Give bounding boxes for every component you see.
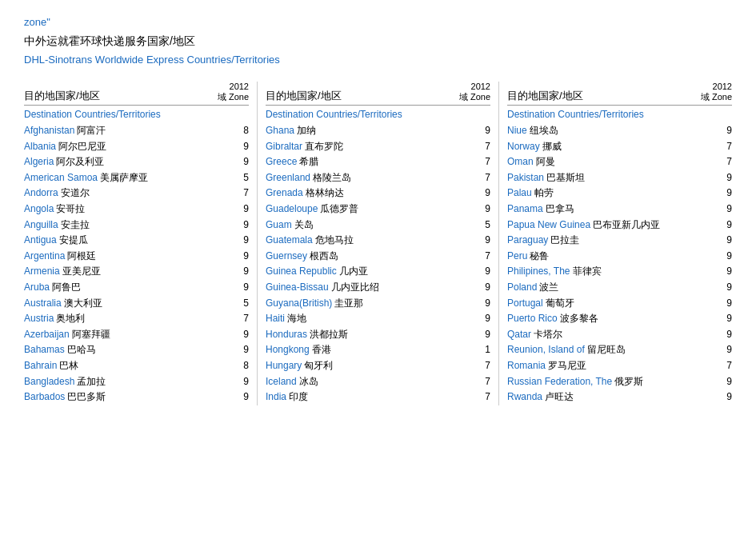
- list-item: Paraguay 巴拉圭 9: [507, 233, 732, 248]
- country-cn: 安圭拉: [61, 218, 234, 233]
- country-en: Haiti: [266, 311, 285, 326]
- country-zone: 5: [234, 296, 249, 311]
- country-cn: 阿塞拜疆: [72, 327, 234, 342]
- list-item: Grenada 格林纳达 9: [266, 186, 490, 201]
- country-cn: 格陵兰岛: [313, 170, 476, 186]
- list-item: Afghanistan 阿富汗 8: [24, 123, 249, 138]
- country-en: Hongkong: [266, 342, 310, 357]
- list-item: Qatar 卡塔尔 9: [507, 327, 732, 342]
- country-zone: 9: [718, 218, 732, 233]
- country-cn: 波兰: [539, 280, 718, 295]
- list-item: Ghana 加纳 9: [266, 123, 490, 138]
- country-en: Romania: [507, 358, 546, 373]
- country-en: Puerto Rico: [507, 311, 558, 326]
- country-zone: 9: [476, 327, 490, 342]
- country-zone: 9: [476, 296, 490, 311]
- list-item: Guam 关岛 5: [266, 218, 490, 233]
- divider-2: [498, 82, 499, 405]
- list-item: Iceland 冰岛 7: [266, 374, 490, 389]
- country-cn: 几内亚: [339, 264, 476, 279]
- country-zone: 9: [718, 311, 732, 326]
- country-en: Argentina: [24, 249, 65, 264]
- list-item: Norway 挪威 7: [507, 139, 732, 154]
- list-item: Portugal 葡萄牙 9: [507, 296, 732, 311]
- country-en: Afghanistan: [24, 123, 74, 138]
- country-zone: 7: [476, 389, 490, 405]
- country-en: Gibraltar: [266, 139, 302, 154]
- column-2: 目的地国家/地区 2012 域 Zone Destination Countri…: [266, 82, 490, 405]
- country-en: Guinea Republic: [266, 264, 337, 279]
- list-item: Albania 阿尔巴尼亚 9: [24, 139, 249, 154]
- list-item: Palau 帕劳 9: [507, 186, 732, 201]
- list-item: Peru 秘鲁 9: [507, 249, 732, 264]
- list-item: Guatemala 危地马拉 9: [266, 233, 490, 248]
- country-cn: 圭亚那: [334, 296, 476, 311]
- col2-sublabel: Destination Countries/Territories: [266, 109, 490, 120]
- country-en: Austria: [24, 311, 54, 326]
- col2-rows: Ghana 加纳 9 Gibraltar 直布罗陀 7 Greece 希腊 7 …: [266, 123, 490, 405]
- country-zone: 9: [718, 264, 732, 279]
- country-zone: 9: [476, 280, 490, 295]
- list-item: Guinea-Bissau 几内亚比绍 9: [266, 280, 490, 295]
- country-zone: 7: [476, 249, 490, 264]
- list-item: Puerto Rico 波多黎各 9: [507, 311, 732, 326]
- col2-year: 2012: [471, 82, 490, 91]
- country-en: Azerbaijan: [24, 327, 70, 342]
- list-item: Bahrain 巴林 8: [24, 358, 249, 373]
- country-zone: 7: [718, 154, 732, 170]
- country-cn: 阿根廷: [67, 249, 234, 264]
- country-cn: 俄罗斯: [614, 374, 718, 389]
- country-cn: 危地马拉: [315, 233, 476, 248]
- country-cn: 菲律宾: [573, 264, 718, 279]
- list-item: Honduras 洪都拉斯 9: [266, 327, 490, 342]
- list-item: Argentina 阿根廷 9: [24, 249, 249, 264]
- country-zone: 9: [718, 296, 732, 311]
- list-item: Antigua 安提瓜 9: [24, 233, 249, 248]
- country-en: Australia: [24, 296, 62, 311]
- country-cn: 奥地利: [56, 311, 234, 326]
- list-item: Gibraltar 直布罗陀 7: [266, 139, 490, 154]
- country-en: Poland: [507, 280, 537, 295]
- country-cn: 安道尔: [61, 186, 234, 201]
- country-zone: 9: [476, 233, 490, 248]
- list-item: Barbados 巴巴多斯 9: [24, 389, 249, 405]
- country-cn: 希腊: [299, 154, 476, 170]
- country-zone: 9: [718, 202, 732, 217]
- col2-dest-label: 目的地国家/地区: [266, 89, 459, 103]
- list-item: American Samoa 美属萨摩亚 5: [24, 170, 249, 186]
- country-zone: 9: [234, 342, 249, 357]
- country-cn: 波多黎各: [560, 311, 718, 326]
- country-cn: 洪都拉斯: [310, 327, 476, 342]
- country-zone: 9: [476, 123, 490, 138]
- country-zone: 5: [234, 170, 249, 186]
- country-zone: 8: [234, 123, 249, 138]
- list-item: Poland 波兰 9: [507, 280, 732, 295]
- country-cn: 亚美尼亚: [62, 264, 234, 279]
- country-en: Bahamas: [24, 342, 65, 357]
- col3-year: 2012: [713, 82, 732, 91]
- list-item: Greece 希腊 7: [266, 154, 490, 170]
- country-zone: 9: [234, 139, 249, 154]
- country-en: Qatar: [507, 327, 531, 342]
- country-en: Iceland: [266, 374, 297, 389]
- country-zone: 9: [234, 389, 249, 405]
- country-cn: 罗马尼亚: [548, 358, 718, 373]
- list-item: Rwanda 卢旺达 9: [507, 389, 732, 405]
- country-cn: 巴哈马: [67, 342, 234, 357]
- list-item: Azerbaijan 阿塞拜疆 9: [24, 327, 249, 342]
- country-zone: 9: [718, 170, 732, 186]
- country-en: Guam: [266, 218, 292, 233]
- country-en: Philipines, The: [507, 264, 570, 279]
- country-en: Panama: [507, 202, 543, 217]
- divider-1: [257, 82, 258, 405]
- col1-rows: Afghanistan 阿富汗 8 Albania 阿尔巴尼亚 9 Algeri…: [24, 123, 249, 405]
- country-en: Ghana: [266, 123, 294, 138]
- country-cn: 帕劳: [534, 186, 718, 201]
- country-en: American Samoa: [24, 170, 98, 186]
- list-item: Angola 安哥拉 9: [24, 202, 249, 217]
- country-cn: 卡塔尔: [534, 327, 718, 342]
- list-item: Oman 阿曼 7: [507, 154, 732, 170]
- country-en: Armenia: [24, 264, 60, 279]
- country-en: Andorra: [24, 186, 58, 201]
- list-item: Reunion, Island of 留尼旺岛 9: [507, 342, 732, 357]
